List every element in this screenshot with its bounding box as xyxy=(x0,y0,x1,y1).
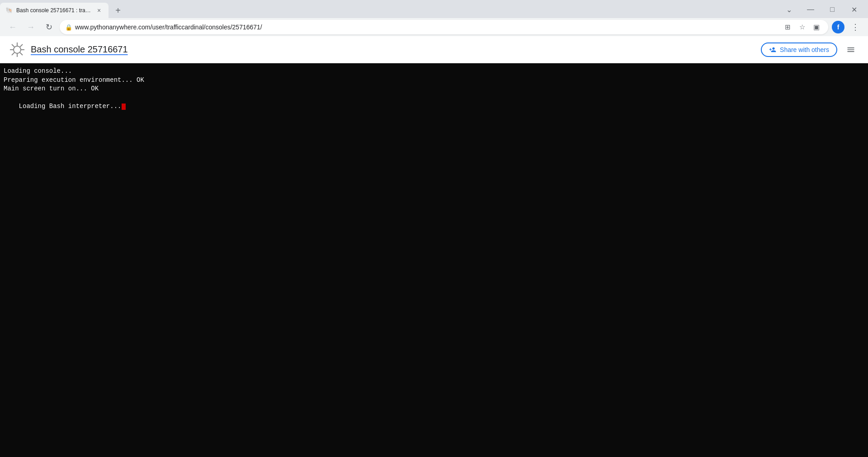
browser-menu-button[interactable]: ⋮ xyxy=(848,20,863,34)
svg-line-6 xyxy=(20,52,23,55)
sidebar-icon[interactable]: ▣ xyxy=(810,21,823,33)
url-bar[interactable]: 🔒 www.pythonanywhere.com/user/trafficcar… xyxy=(60,20,828,34)
page-header: Bash console 25716671 Share with others xyxy=(0,36,868,63)
reload-button[interactable]: ↻ xyxy=(42,20,56,34)
page-title-area: Bash console 25716671 xyxy=(9,42,128,58)
terminal-line-2: Preparing execution environment... OK xyxy=(4,76,864,85)
share-button-label: Share with others xyxy=(780,46,829,53)
terminal-cursor xyxy=(122,104,126,110)
hamburger-icon xyxy=(846,45,855,54)
site-logo xyxy=(9,42,25,58)
maximize-button[interactable]: □ xyxy=(822,3,843,16)
active-tab[interactable]: 🐚 Bash console 25716671 : trafficc × xyxy=(0,3,108,18)
tabs-search-button[interactable]: ⌄ xyxy=(778,3,799,16)
svg-line-7 xyxy=(20,44,23,47)
terminal-line-3: Main screen turn on... OK xyxy=(4,85,864,94)
tab-favicon: 🐚 xyxy=(5,7,13,14)
profile-button[interactable]: f xyxy=(832,21,844,33)
back-button[interactable]: ← xyxy=(5,20,20,34)
new-tab-button[interactable]: + xyxy=(110,3,126,18)
page-title: Bash console 25716671 xyxy=(31,44,128,55)
terminal-line-4: Loading Bash interpreter... xyxy=(4,94,864,120)
svg-line-5 xyxy=(12,44,14,47)
svg-point-0 xyxy=(14,46,21,53)
forward-button[interactable]: → xyxy=(24,20,38,34)
svg-line-8 xyxy=(12,52,14,55)
url-text: www.pythonanywhere.com/user/trafficcardi… xyxy=(75,24,778,31)
bookmark-icon[interactable]: ☆ xyxy=(796,21,808,33)
person-add-icon xyxy=(769,46,776,53)
header-actions: Share with others xyxy=(761,42,859,58)
tab-bar: 🐚 Bash console 25716671 : trafficc × + ⌄… xyxy=(0,0,868,18)
lock-icon: 🔒 xyxy=(65,24,72,31)
close-window-button[interactable]: ✕ xyxy=(844,3,864,16)
terminal[interactable]: Loading console... Preparing execution e… xyxy=(0,63,868,457)
tab-close-button[interactable]: × xyxy=(95,6,103,14)
extensions-icon[interactable]: ⊞ xyxy=(781,21,794,33)
window-controls: ⌄ — □ ✕ xyxy=(778,3,868,18)
tab-title: Bash console 25716671 : trafficc xyxy=(16,7,91,14)
minimize-button[interactable]: — xyxy=(800,3,821,16)
address-bar: ← → ↻ 🔒 www.pythonanywhere.com/user/traf… xyxy=(0,18,868,36)
share-button[interactable]: Share with others xyxy=(761,42,837,57)
terminal-line-1: Loading console... xyxy=(4,67,864,76)
hamburger-menu-button[interactable] xyxy=(843,42,859,58)
url-actions: ⊞ ☆ ▣ xyxy=(781,21,823,33)
